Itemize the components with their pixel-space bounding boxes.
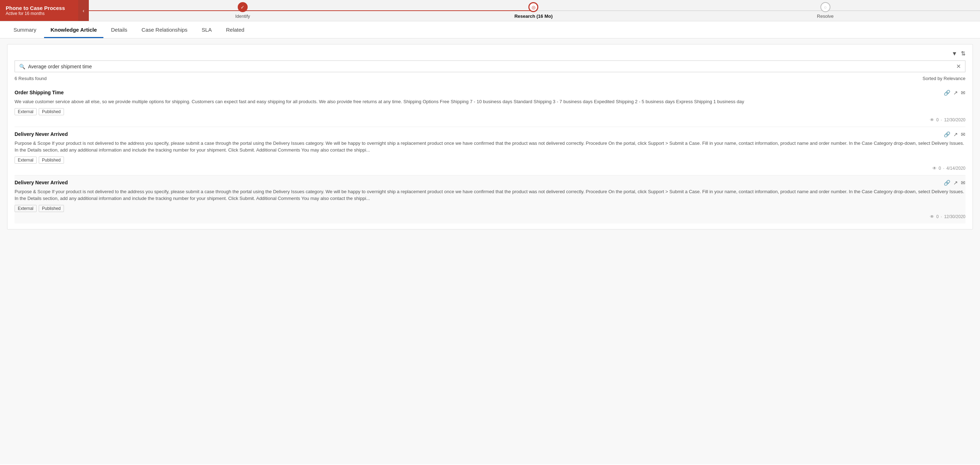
article-link-icon[interactable]: 🔗: [944, 180, 950, 186]
search-input[interactable]: [28, 64, 956, 69]
results-sort: Sorted by Relevance: [923, 76, 966, 81]
article-header: Order Shipping Time 🔗 ↗ ✉: [14, 89, 966, 96]
article-body: Purpose & Scope If your product is not d…: [14, 140, 966, 154]
article-tag-published[interactable]: Published: [39, 108, 64, 115]
filter-icon[interactable]: ▼: [951, 51, 957, 57]
step-circle-research: ◎: [528, 2, 538, 12]
article-header: Delivery Never Arrived 🔗 ↗ ✉: [14, 131, 966, 138]
nav-tabs: Summary Knowledge Article Details Case R…: [0, 21, 980, 38]
article-open-icon[interactable]: ↗: [953, 89, 958, 96]
tab-summary[interactable]: Summary: [7, 22, 43, 38]
article-link-icon[interactable]: 🔗: [944, 89, 950, 96]
article-body: We value customer service above all else…: [14, 98, 966, 105]
search-icon: 🔍: [19, 64, 25, 69]
article-tags: External Published: [14, 205, 966, 212]
article-tag-external[interactable]: External: [14, 157, 37, 164]
sort-icon[interactable]: ⇅: [961, 50, 966, 57]
article-date: 12/30/2020: [944, 117, 966, 122]
process-line-done: [89, 10, 535, 11]
step-circle-identify: ✓: [238, 2, 248, 12]
results-info-row: 6 Results found Sorted by Relevance: [14, 76, 966, 81]
results-count: 6 Results found: [14, 76, 46, 81]
tab-case-relationships[interactable]: Case Relationships: [135, 22, 194, 38]
article-tags: External Published: [14, 157, 966, 164]
article-date-sep: ·: [941, 117, 942, 122]
article-item: Order Shipping Time 🔗 ↗ ✉ We value custo…: [14, 85, 966, 127]
article-tag-external[interactable]: External: [14, 205, 37, 212]
article-views: 0: [936, 214, 939, 219]
clear-search-button[interactable]: ✕: [956, 63, 961, 70]
knowledge-article-card: ▼ ⇅ 🔍 ✕ 6 Results found Sorted by Releva…: [7, 44, 973, 230]
chevron-left-icon: ‹: [83, 8, 84, 13]
article-actions: 🔗 ↗ ✉: [944, 180, 966, 186]
article-tag-published[interactable]: Published: [39, 205, 64, 212]
article-tags: External Published: [14, 108, 966, 115]
article-date: 4/14/2020: [947, 166, 966, 171]
process-steps: ✓ Identify ◎ Research (16 Mo) ○ Resolve: [89, 0, 980, 21]
step-label-resolve: Resolve: [817, 13, 834, 19]
article-actions: 🔗 ↗ ✉: [944, 131, 966, 138]
article-item: Delivery Never Arrived 🔗 ↗ ✉ Purpose & S…: [14, 127, 966, 176]
article-open-icon[interactable]: ↗: [953, 131, 958, 138]
views-icon: 👁: [932, 166, 937, 171]
search-bar[interactable]: 🔍 ✕: [14, 61, 966, 72]
article-meta: 👁 0 · 12/30/2020: [14, 214, 966, 219]
tab-details[interactable]: Details: [105, 22, 134, 38]
article-email-icon[interactable]: ✉: [961, 89, 966, 96]
main-content: ▼ ⇅ 🔍 ✕ 6 Results found Sorted by Releva…: [0, 38, 980, 464]
article-meta: 👁 0 · 12/30/2020: [14, 117, 966, 122]
article-date-sep: ·: [943, 166, 944, 171]
article-views: 0: [939, 166, 941, 171]
process-subtitle: Active for 16 months: [6, 11, 73, 16]
article-email-icon[interactable]: ✉: [961, 131, 966, 138]
step-circle-resolve: ○: [821, 2, 830, 12]
process-step-research[interactable]: ◎ Research (16 Mo): [514, 2, 553, 19]
process-title: Phone to Case Process: [6, 5, 73, 11]
tab-knowledge-article[interactable]: Knowledge Article: [44, 22, 103, 38]
article-item: Delivery Never Arrived 🔗 ↗ ✉ Purpose & S…: [14, 176, 966, 224]
tab-sla[interactable]: SLA: [196, 22, 218, 38]
views-icon: 👁: [930, 117, 934, 122]
article-date-sep: ·: [941, 214, 942, 219]
article-tag-published[interactable]: Published: [39, 157, 64, 164]
tab-related[interactable]: Related: [220, 22, 251, 38]
process-collapse-button[interactable]: ‹: [78, 0, 89, 21]
article-tag-external[interactable]: External: [14, 108, 37, 115]
process-bar: Phone to Case Process Active for 16 mont…: [0, 0, 980, 21]
article-title: Delivery Never Arrived: [14, 131, 68, 137]
article-header: Delivery Never Arrived 🔗 ↗ ✉: [14, 180, 966, 186]
step-label-research: Research (16 Mo): [514, 13, 553, 19]
article-title: Delivery Never Arrived: [14, 180, 68, 185]
process-title-block: Phone to Case Process Active for 16 mont…: [0, 0, 78, 21]
views-icon: 👁: [930, 214, 934, 219]
article-date: 12/30/2020: [944, 214, 966, 219]
article-email-icon[interactable]: ✉: [961, 180, 966, 186]
article-title: Order Shipping Time: [14, 89, 64, 95]
process-step-identify[interactable]: ✓ Identify: [235, 2, 250, 19]
article-actions: 🔗 ↗ ✉: [944, 89, 966, 96]
article-meta: 👁 0 · 4/14/2020: [14, 166, 966, 171]
toolbar: ▼ ⇅: [14, 50, 966, 57]
article-body: Purpose & Scope If your product is not d…: [14, 188, 966, 202]
article-open-icon[interactable]: ↗: [953, 180, 958, 186]
process-step-resolve[interactable]: ○ Resolve: [817, 2, 834, 19]
article-link-icon[interactable]: 🔗: [944, 131, 950, 138]
article-views: 0: [936, 117, 939, 122]
step-label-identify: Identify: [235, 13, 250, 19]
